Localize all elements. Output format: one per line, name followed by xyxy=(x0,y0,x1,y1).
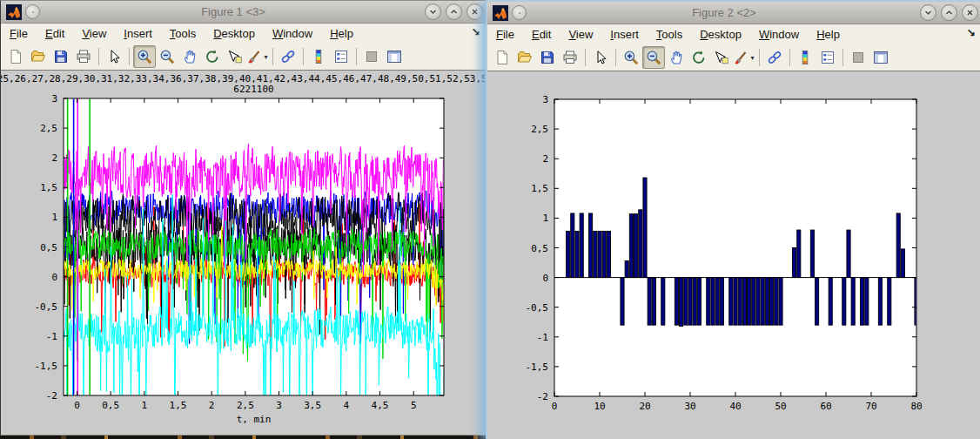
figure2-toolbar: ▾ xyxy=(487,44,980,71)
svg-text:40: 40 xyxy=(729,401,741,412)
maximize-button[interactable] xyxy=(446,3,462,20)
svg-text:-2: -2 xyxy=(46,390,57,402)
figure2-canvas[interactable]: 0102030405060708032,521,510,50-0,5-1-1,5… xyxy=(487,71,980,439)
tool-pointer-icon[interactable] xyxy=(103,45,125,68)
window-menu-button[interactable] xyxy=(25,4,40,19)
menu-item-file[interactable]: File xyxy=(487,26,523,43)
window-title: Figure 1 <3> xyxy=(45,5,421,18)
figure1-titlebar[interactable]: Figure 1 <3> xyxy=(1,1,487,24)
tool-rotate-3d-icon[interactable] xyxy=(688,46,710,69)
tool-pointer-icon[interactable] xyxy=(589,46,612,69)
tool-data-cursor-icon[interactable] xyxy=(224,45,246,68)
figure1-menubar: FileEditViewInsertToolsDesktopWindowHelp… xyxy=(1,24,487,44)
tool-zoom-out-icon[interactable] xyxy=(156,45,178,68)
matlab-logo-icon xyxy=(6,4,22,20)
svg-text:0,5: 0,5 xyxy=(531,243,548,254)
tool-zoom-in-icon[interactable] xyxy=(133,45,156,68)
svg-text:2,5: 2,5 xyxy=(237,400,254,411)
tool-hide-plot-tools-icon[interactable] xyxy=(360,45,383,68)
tool-pan-icon[interactable] xyxy=(665,46,688,69)
brush-dropdown-caret-icon[interactable]: ▾ xyxy=(750,54,754,62)
minimize-button[interactable] xyxy=(425,3,441,20)
tool-pan-icon[interactable] xyxy=(178,45,201,68)
tool-insert-colorbar-icon[interactable] xyxy=(307,45,330,68)
tool-hide-plot-tools-icon[interactable] xyxy=(847,46,869,69)
menu-item-window[interactable]: Window xyxy=(264,25,321,42)
menu-item-view[interactable]: View xyxy=(73,25,115,42)
toolbar-separator xyxy=(129,48,130,65)
tool-rotate-3d-icon[interactable] xyxy=(201,45,224,68)
svg-text:1: 1 xyxy=(142,400,148,411)
figure2-window: Figure 2 <2> FileEditViewInsertToolsDesk… xyxy=(486,0,980,439)
menu-item-edit[interactable]: Edit xyxy=(523,26,560,43)
svg-text:0: 0 xyxy=(542,273,548,284)
tool-save-icon[interactable] xyxy=(536,46,559,69)
toolbar-separator xyxy=(272,48,273,65)
tool-brush-icon[interactable]: ▾ xyxy=(246,45,269,68)
menu-item-help[interactable]: Help xyxy=(321,25,362,42)
tool-insert-legend-icon[interactable] xyxy=(330,45,352,68)
tool-show-plot-tools-icon[interactable] xyxy=(383,45,406,68)
close-button[interactable] xyxy=(467,3,483,20)
dock-figure-arrow-icon[interactable]: ↘ xyxy=(472,25,480,37)
menu-item-tools[interactable]: Tools xyxy=(648,26,691,43)
svg-text:2,5: 2,5 xyxy=(531,124,548,135)
toolbar-separator xyxy=(303,48,304,65)
menu-item-window[interactable]: Window xyxy=(750,26,808,43)
tool-link-plot-icon[interactable] xyxy=(763,46,786,69)
svg-text:1,5: 1,5 xyxy=(40,182,57,193)
svg-text:-0,5: -0,5 xyxy=(526,302,549,314)
svg-text:-1,5: -1,5 xyxy=(526,361,549,373)
tool-brush-icon[interactable]: ▾ xyxy=(733,46,755,69)
svg-text:-0,5: -0,5 xyxy=(35,301,58,313)
svg-text:2: 2 xyxy=(542,153,548,165)
menu-item-help[interactable]: Help xyxy=(808,26,849,43)
tool-new-file-icon[interactable] xyxy=(4,45,27,68)
svg-text:0,5: 0,5 xyxy=(102,400,119,411)
svg-text:-1,5: -1,5 xyxy=(35,361,58,372)
svg-text:1,5: 1,5 xyxy=(170,400,187,411)
tool-insert-colorbar-icon[interactable] xyxy=(794,46,816,69)
menu-item-view[interactable]: View xyxy=(560,26,601,43)
svg-text:1: 1 xyxy=(51,212,57,223)
tool-insert-legend-icon[interactable] xyxy=(816,46,839,69)
figure1-plot-axes: 00,511,522,533,544,5532,521,510,50-0,5-1… xyxy=(1,71,485,435)
menu-item-desktop[interactable]: Desktop xyxy=(691,26,750,43)
toolbar-separator xyxy=(759,49,760,66)
tool-print-icon[interactable] xyxy=(72,45,95,68)
tool-zoom-in-icon[interactable] xyxy=(620,46,642,69)
figure1-canvas[interactable]: 00,511,522,533,544,5532,521,510,50-0,5-1… xyxy=(1,71,487,435)
svg-text:3: 3 xyxy=(51,93,57,105)
menu-item-tools[interactable]: Tools xyxy=(161,25,205,42)
tool-save-icon[interactable] xyxy=(50,45,72,68)
tool-data-cursor-icon[interactable] xyxy=(710,46,733,69)
svg-text:5: 5 xyxy=(411,400,417,411)
tool-link-plot-icon[interactable] xyxy=(277,45,299,68)
menu-item-insert[interactable]: Insert xyxy=(115,25,161,42)
window-menu-button[interactable] xyxy=(512,5,527,20)
tool-zoom-out-icon[interactable] xyxy=(642,46,665,69)
menu-item-file[interactable]: File xyxy=(1,25,37,42)
tool-print-icon[interactable] xyxy=(559,46,581,69)
minimize-button[interactable] xyxy=(920,4,936,21)
svg-text:1: 1 xyxy=(542,213,548,224)
tool-new-file-icon[interactable] xyxy=(491,46,513,69)
close-button[interactable] xyxy=(962,4,978,21)
menu-item-insert[interactable]: Insert xyxy=(601,26,648,43)
menu-item-edit[interactable]: Edit xyxy=(37,25,73,42)
tool-show-plot-tools-icon[interactable] xyxy=(869,46,892,69)
svg-text:10: 10 xyxy=(594,401,605,412)
window-title: Figure 2 <2> xyxy=(532,6,916,19)
toolbar-separator xyxy=(356,48,357,65)
tool-open-file-icon[interactable] xyxy=(513,46,536,69)
menu-item-desktop[interactable]: Desktop xyxy=(205,25,264,42)
tool-open-file-icon[interactable] xyxy=(27,45,50,68)
svg-text:0,5: 0,5 xyxy=(40,242,57,253)
figure2-titlebar[interactable]: Figure 2 <2> xyxy=(487,2,980,24)
svg-text:20: 20 xyxy=(639,401,650,412)
toolbar-separator xyxy=(842,49,843,66)
maximize-button[interactable] xyxy=(941,4,957,21)
desktop: Figure 1 <3> FileEditViewInsertToolsDesk… xyxy=(0,0,980,439)
brush-dropdown-caret-icon[interactable]: ▾ xyxy=(264,53,267,61)
dock-figure-arrow-icon[interactable]: ↘ xyxy=(967,26,976,38)
